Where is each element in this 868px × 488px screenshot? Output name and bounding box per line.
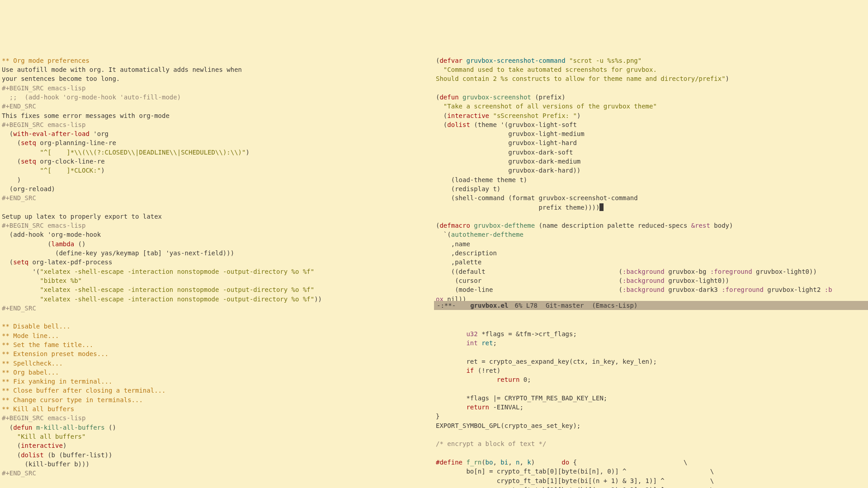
window-split: ** Org mode preferences Use autofill mod… bbox=[0, 37, 868, 488]
right-bottom-pane[interactable]: u32 *flags = &tfm->crt_flags; int ret; r… bbox=[434, 310, 868, 488]
ml-mode: (Emacs-Lisp) bbox=[592, 301, 637, 310]
ml-vc: Git-master bbox=[546, 301, 584, 310]
right-column: (defvar gruvbox-screenshot-command "scro… bbox=[434, 37, 868, 488]
emacs-frame: ** Org mode preferences Use autofill mod… bbox=[0, 37, 868, 488]
modeline-right-top[interactable]: -:**- gruvbox.el 6% L78 Git-master (Emac… bbox=[434, 301, 868, 310]
left-pane[interactable]: ** Org mode preferences Use autofill mod… bbox=[0, 37, 434, 488]
right-top-buffer-content[interactable]: (defvar gruvbox-screenshot-command "scro… bbox=[436, 56, 866, 301]
right-bottom-buffer-content[interactable]: u32 *flags = &tfm->crt_flags; int ret; r… bbox=[436, 329, 866, 488]
ml-status: -:**- bbox=[437, 301, 456, 310]
ml-position: 6% L78 bbox=[514, 301, 538, 310]
right-top-pane[interactable]: (defvar gruvbox-screenshot-command "scro… bbox=[434, 37, 868, 301]
ml-filename: gruvbox.el bbox=[470, 301, 508, 310]
left-buffer-content[interactable]: ** Org mode preferences Use autofill mod… bbox=[2, 56, 432, 488]
